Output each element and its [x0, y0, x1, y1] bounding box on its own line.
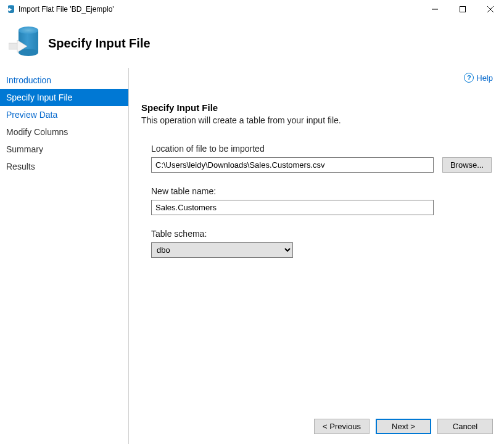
wizard-header: Specify Input File — [0, 18, 504, 68]
help-link[interactable]: ? Help — [464, 73, 493, 83]
sidebar-item-introduction[interactable]: Introduction — [0, 72, 128, 89]
sidebar-item-summary[interactable]: Summary — [0, 141, 128, 158]
svg-rect-6 — [460, 7, 465, 12]
wizard-footer: < Previous Next > Cancel — [314, 419, 493, 434]
sidebar-item-results[interactable]: Results — [0, 158, 128, 175]
sidebar-item-specify-input-file[interactable]: Specify Input File — [0, 89, 128, 106]
help-label: Help — [476, 73, 493, 83]
wizard-title: Specify Input File — [48, 36, 151, 51]
sidebar-item-modify-columns[interactable]: Modify Columns — [0, 123, 128, 141]
minimize-button[interactable] — [421, 0, 448, 18]
close-button[interactable] — [476, 0, 504, 18]
window-title: Import Flat File 'BD_Ejemplo' — [19, 5, 421, 14]
previous-button[interactable]: < Previous — [314, 419, 370, 434]
browse-button[interactable]: Browse... — [442, 157, 492, 173]
wizard-content: ? Help Specify Input File This operation… — [129, 68, 504, 444]
table-name-label: New table name: — [151, 186, 492, 196]
svg-rect-9 — [9, 43, 19, 49]
content-description: This operation will create a table from … — [141, 115, 492, 125]
titlebar: Import Flat File 'BD_Ejemplo' — [0, 0, 504, 18]
wizard-logo-icon — [9, 27, 38, 60]
schema-select[interactable]: dbo — [151, 242, 293, 258]
content-title: Specify Input File — [141, 102, 492, 113]
table-name-input[interactable] — [151, 200, 434, 215]
next-button[interactable]: Next > — [376, 419, 431, 434]
app-icon — [5, 4, 15, 14]
svg-rect-3 — [5, 9, 9, 10]
help-icon: ? — [464, 73, 474, 83]
sidebar-item-preview-data[interactable]: Preview Data — [0, 106, 128, 123]
svg-marker-10 — [17, 40, 27, 52]
location-label: Location of file to be imported — [151, 144, 492, 154]
cancel-button[interactable]: Cancel — [437, 419, 493, 434]
wizard-steps-sidebar: Introduction Specify Input File Preview … — [0, 68, 129, 444]
window-controls — [421, 0, 504, 18]
schema-label: Table schema: — [151, 229, 492, 239]
maximize-button[interactable] — [448, 0, 476, 18]
location-input[interactable] — [151, 157, 434, 173]
